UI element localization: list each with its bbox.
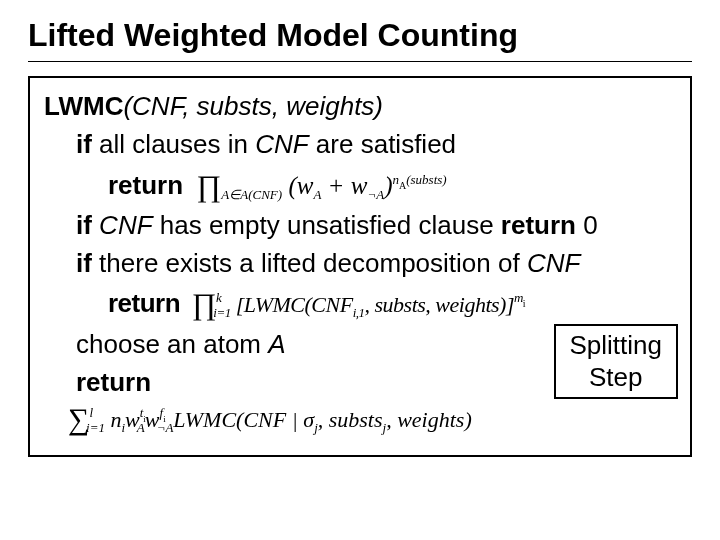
formula-sum: ∑li=1 niwtiAwfi¬ALWMC(CNF | σj, substsj,… — [68, 407, 472, 432]
kw-return: return — [108, 288, 180, 318]
splitting-step-badge: Splitting Step — [554, 324, 679, 398]
badge-line2: Step — [570, 362, 663, 393]
var-cnf: CNF — [527, 248, 580, 278]
line-if-satisfied: if all clauses in CNF are satisfied — [44, 126, 676, 164]
txt: are satisfied — [309, 129, 456, 159]
title-container: Lifted Weighted Model Counting — [28, 18, 692, 62]
line-if-decomp: if there exists a lifted decomposition o… — [44, 245, 676, 283]
txt: choose an atom — [76, 329, 268, 359]
txt: has empty unsatisfied clause — [153, 210, 501, 240]
kw-if: if — [76, 210, 99, 240]
formula-product-weights: ∏A∈A(CNF) (wA + w¬A)nA(substs) — [190, 172, 446, 199]
kw-if: if — [76, 248, 99, 278]
txt: all clauses in — [92, 129, 255, 159]
line-if-empty: if CNF has empty unsatisfied clause retu… — [44, 207, 676, 245]
line-return-sum: ∑li=1 niwtiAwfi¬ALWMC(CNF | σj, substsj,… — [44, 397, 676, 441]
formula-product-lwmc: ∏ki=1 [LWMC(CNFi,1, substs, weights)]mi — [187, 292, 525, 317]
kw-return: return — [501, 210, 576, 240]
var-a: A — [268, 329, 285, 359]
kw-return: return — [76, 367, 151, 397]
line-return-product2: return ∏ki=1 [LWMC(CNFi,1, substs, weigh… — [44, 282, 676, 326]
algo-header: LWMC(CNF, substs, weights) — [44, 88, 676, 126]
badge-line1: Splitting — [570, 330, 663, 361]
slide: Lifted Weighted Model Counting LWMC(CNF,… — [0, 0, 720, 540]
fn-name: LWMC — [44, 91, 123, 121]
algorithm-box: LWMC(CNF, substs, weights) if all clause… — [28, 76, 692, 457]
line-return-product1: return ∏A∈A(CNF) (wA + w¬A)nA(substs) — [44, 164, 676, 208]
fn-args: (CNF, substs, weights) — [123, 91, 383, 121]
var-cnf: CNF — [255, 129, 308, 159]
kw-return: return — [108, 170, 183, 200]
kw-if: if — [76, 129, 92, 159]
slide-title: Lifted Weighted Model Counting — [28, 18, 692, 53]
txt: there exists a lifted decomposition of — [99, 248, 527, 278]
var-cnf: CNF — [99, 210, 152, 240]
zero: 0 — [576, 210, 598, 240]
